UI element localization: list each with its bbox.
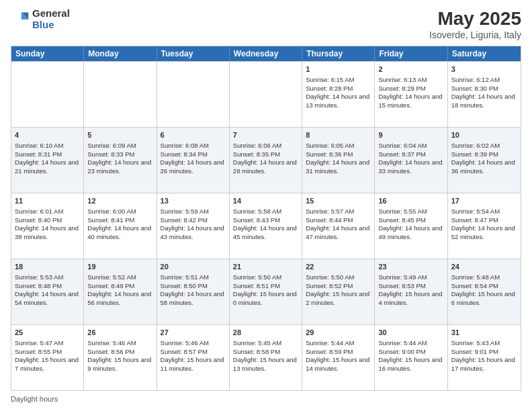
calendar-cell	[230, 62, 302, 127]
daylight-text: Daylight: 14 hours and 54 minutes.	[15, 290, 80, 308]
calendar-cell: 15Sunrise: 5:57 AMSunset: 8:44 PMDayligh…	[302, 193, 375, 259]
day-number: 8	[306, 130, 371, 140]
sunrise-text: Sunrise: 6:06 AM	[233, 142, 298, 150]
sunset-text: Sunset: 8:40 PM	[15, 216, 80, 225]
daylight-text: Daylight: 14 hours and 40 minutes.	[87, 224, 152, 242]
calendar-cell: 22Sunrise: 5:50 AMSunset: 8:52 PMDayligh…	[302, 259, 375, 324]
sunset-text: Sunset: 8:33 PM	[87, 150, 152, 159]
day-number: 18	[15, 262, 80, 272]
sunset-text: Sunset: 8:48 PM	[15, 282, 80, 291]
sunrise-text: Sunrise: 6:09 AM	[87, 142, 152, 150]
calendar-week-row: 25Sunrise: 5:47 AMSunset: 8:55 PMDayligh…	[11, 324, 521, 390]
calendar-day-header: Sunday	[11, 46, 84, 61]
calendar-cell: 4Sunrise: 6:10 AMSunset: 8:31 PMDaylight…	[11, 128, 84, 193]
daylight-text: Daylight: 14 hours and 49 minutes.	[378, 224, 443, 242]
day-number: 19	[87, 262, 152, 272]
calendar-body: 1Sunrise: 6:15 AMSunset: 8:28 PMDaylight…	[11, 61, 521, 390]
calendar-day-header: Saturday	[448, 46, 521, 61]
day-number: 2	[378, 64, 443, 75]
day-number: 17	[451, 196, 517, 206]
daylight-text: Daylight: 14 hours and 18 minutes.	[451, 93, 517, 110]
sunset-text: Sunset: 8:56 PM	[87, 348, 152, 357]
sunrise-text: Sunrise: 5:45 AM	[233, 339, 298, 348]
day-number: 1	[306, 64, 371, 75]
calendar-cell: 19Sunrise: 5:52 AMSunset: 8:49 PMDayligh…	[84, 259, 157, 324]
daylight-text: Daylight: 14 hours and 43 minutes.	[161, 224, 226, 242]
sunrise-text: Sunrise: 6:04 AM	[378, 142, 443, 150]
sunset-text: Sunset: 8:59 PM	[306, 348, 371, 357]
daylight-text: Daylight: 15 hours and 2 minutes.	[306, 290, 371, 308]
daylight-text: Daylight: 15 hours and 13 minutes.	[233, 356, 298, 373]
sunset-text: Sunset: 8:28 PM	[306, 85, 371, 93]
day-number: 5	[87, 130, 152, 140]
sunset-text: Sunset: 8:57 PM	[161, 348, 226, 357]
sunset-text: Sunset: 8:51 PM	[233, 282, 298, 291]
sunrise-text: Sunrise: 5:50 AM	[306, 273, 371, 282]
sunset-text: Sunset: 8:47 PM	[451, 216, 517, 225]
sunset-text: Sunset: 8:43 PM	[233, 216, 298, 225]
day-number: 12	[87, 196, 152, 206]
calendar-cell: 24Sunrise: 5:48 AMSunset: 8:54 PMDayligh…	[448, 259, 521, 324]
calendar-cell: 6Sunrise: 6:08 AMSunset: 8:34 PMDaylight…	[157, 128, 230, 193]
daylight-text: Daylight: 14 hours and 52 minutes.	[451, 224, 517, 242]
sunrise-text: Sunrise: 5:49 AM	[378, 273, 443, 282]
day-number: 31	[451, 328, 517, 338]
sunset-text: Sunset: 8:39 PM	[451, 150, 517, 159]
calendar-cell: 3Sunrise: 6:12 AMSunset: 8:30 PMDaylight…	[448, 62, 521, 127]
title-block: May 2025 Isoverde, Liguria, Italy	[429, 8, 521, 40]
page: General Blue May 2025 Isoverde, Liguria,…	[0, 0, 532, 411]
day-number: 3	[451, 64, 517, 75]
day-number: 6	[161, 130, 226, 140]
day-number: 29	[306, 328, 371, 338]
calendar-week-row: 4Sunrise: 6:10 AMSunset: 8:31 PMDaylight…	[11, 127, 521, 193]
title-location: Isoverde, Liguria, Italy	[429, 30, 521, 40]
day-number: 30	[378, 328, 443, 338]
calendar-cell: 1Sunrise: 6:15 AMSunset: 8:28 PMDaylight…	[302, 62, 375, 127]
sunset-text: Sunset: 9:00 PM	[378, 348, 443, 357]
sunrise-text: Sunrise: 5:46 AM	[87, 339, 152, 348]
sunset-text: Sunset: 8:44 PM	[306, 216, 371, 225]
day-number: 24	[451, 262, 517, 272]
calendar-cell: 30Sunrise: 5:44 AMSunset: 9:00 PMDayligh…	[375, 325, 447, 390]
day-number: 9	[378, 130, 443, 140]
sunset-text: Sunset: 8:30 PM	[451, 85, 517, 93]
header: General Blue May 2025 Isoverde, Liguria,…	[11, 8, 521, 40]
sunset-text: Sunset: 8:31 PM	[15, 150, 80, 159]
sunset-text: Sunset: 8:34 PM	[161, 150, 226, 159]
sunrise-text: Sunrise: 6:10 AM	[15, 142, 80, 150]
daylight-text: Daylight: 14 hours and 33 minutes.	[378, 158, 443, 176]
calendar-cell: 25Sunrise: 5:47 AMSunset: 8:55 PMDayligh…	[11, 325, 84, 390]
sunrise-text: Sunrise: 6:00 AM	[87, 208, 152, 216]
sunset-text: Sunset: 8:35 PM	[233, 150, 298, 159]
calendar-day-header: Tuesday	[157, 46, 230, 61]
calendar-week-row: 11Sunrise: 6:01 AMSunset: 8:40 PMDayligh…	[11, 193, 521, 259]
calendar-cell: 31Sunrise: 5:43 AMSunset: 9:01 PMDayligh…	[448, 325, 521, 390]
daylight-text: Daylight: 14 hours and 31 minutes.	[306, 158, 371, 176]
logo: General Blue	[11, 8, 70, 30]
sunrise-text: Sunrise: 6:08 AM	[161, 142, 226, 150]
sunrise-text: Sunrise: 5:48 AM	[451, 273, 517, 282]
sunrise-text: Sunrise: 5:54 AM	[451, 208, 517, 216]
day-number: 15	[306, 196, 371, 206]
logo-icon	[11, 10, 30, 29]
calendar-cell: 29Sunrise: 5:44 AMSunset: 8:59 PMDayligh…	[302, 325, 375, 390]
day-number: 10	[451, 130, 517, 140]
calendar-cell: 10Sunrise: 6:02 AMSunset: 8:39 PMDayligh…	[448, 128, 521, 193]
sunrise-text: Sunrise: 5:43 AM	[451, 339, 517, 348]
sunset-text: Sunset: 8:41 PM	[87, 216, 152, 225]
daylight-text: Daylight: 15 hours and 14 minutes.	[306, 356, 371, 373]
daylight-text: Daylight: 15 hours and 7 minutes.	[15, 356, 80, 373]
calendar-cell	[84, 62, 157, 127]
sunset-text: Sunset: 8:52 PM	[306, 282, 371, 291]
calendar-cell: 18Sunrise: 5:53 AMSunset: 8:48 PMDayligh…	[11, 259, 84, 324]
sunrise-text: Sunrise: 5:46 AM	[161, 339, 226, 348]
sunrise-text: Sunrise: 5:58 AM	[233, 208, 298, 216]
logo-text: General Blue	[32, 8, 70, 30]
calendar-cell: 16Sunrise: 5:55 AMSunset: 8:45 PMDayligh…	[375, 193, 447, 259]
day-number: 28	[233, 328, 298, 338]
calendar-cell: 21Sunrise: 5:50 AMSunset: 8:51 PMDayligh…	[230, 259, 302, 324]
sunset-text: Sunset: 8:53 PM	[378, 282, 443, 291]
sunset-text: Sunset: 8:36 PM	[306, 150, 371, 159]
sunrise-text: Sunrise: 5:47 AM	[15, 339, 80, 348]
sunset-text: Sunset: 9:01 PM	[451, 348, 517, 357]
